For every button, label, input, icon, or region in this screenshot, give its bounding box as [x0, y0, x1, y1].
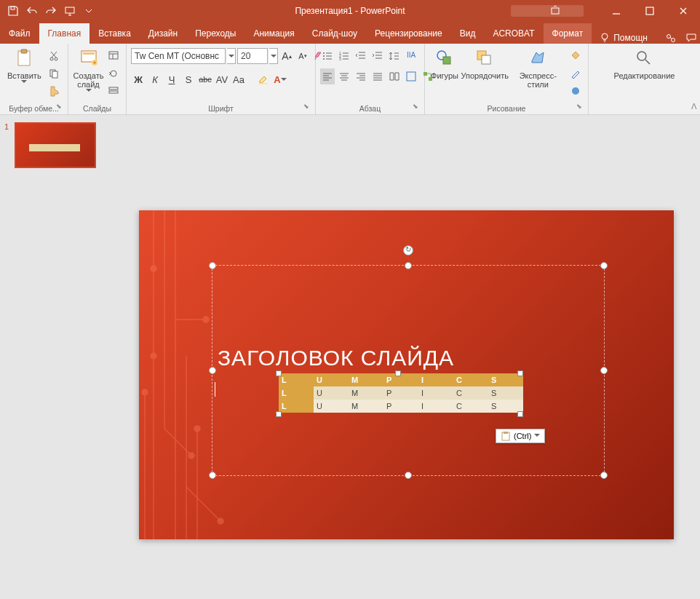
slide-thumbnail-1[interactable] — [15, 122, 96, 168]
resize-handle[interactable] — [209, 367, 216, 374]
cut-button[interactable] — [46, 48, 62, 64]
font-size-selector[interactable]: 20 — [237, 48, 268, 64]
tab-review[interactable]: Рецензирование — [366, 23, 451, 44]
font-name-selector[interactable]: Tw Cen MT (Основнс — [131, 48, 226, 64]
maximize-button[interactable] — [633, 0, 667, 22]
paragraph-dialog-launcher[interactable]: ⬊ — [413, 103, 423, 113]
table-handle[interactable] — [276, 370, 282, 376]
font-size-dropdown[interactable] — [269, 48, 278, 64]
undo-button[interactable] — [23, 2, 41, 20]
slide-table[interactable]: L U M P I C S L U M P I C S — [279, 373, 523, 413]
table-handle[interactable] — [276, 411, 282, 417]
slide-title-text[interactable]: ЗАГОЛОВОК СЛАЙДА — [218, 346, 454, 370]
numbering-button[interactable]: 123 — [337, 48, 351, 64]
tell-me-search[interactable]: Помощн — [592, 32, 655, 44]
paste-button[interactable]: Вставить — [4, 45, 44, 85]
resize-handle[interactable] — [209, 262, 216, 269]
section-button[interactable] — [106, 83, 122, 99]
decrease-indent-button[interactable] — [354, 48, 368, 64]
clipboard-dialog-launcher[interactable]: ⬊ — [56, 103, 66, 113]
bullets-button[interactable] — [320, 48, 335, 64]
font-name-dropdown[interactable] — [227, 48, 236, 64]
bold-button[interactable]: Ж — [131, 71, 146, 87]
rotate-handle[interactable] — [403, 245, 413, 255]
svg-point-10 — [55, 57, 57, 60]
resize-handle[interactable] — [209, 472, 216, 479]
slide-editor[interactable]: ЗАГОЛОВОК СЛАЙДА L U M P I C S L U M P — [113, 115, 700, 599]
tab-file[interactable]: Файл — [0, 23, 39, 44]
resize-handle[interactable] — [405, 262, 412, 269]
shape-effects-button[interactable] — [568, 83, 584, 99]
start-slideshow-button[interactable] — [61, 2, 79, 20]
svg-rect-19 — [259, 83, 268, 84]
align-text-button[interactable] — [404, 68, 418, 84]
highlight-button[interactable] — [256, 71, 271, 87]
layout-button[interactable] — [106, 48, 122, 64]
svg-point-37 — [151, 266, 156, 271]
tab-home[interactable]: Главная — [39, 23, 90, 44]
shapes-button[interactable]: Фигуры — [429, 45, 460, 82]
svg-point-51 — [194, 426, 200, 432]
close-button[interactable] — [667, 0, 700, 22]
line-spacing-button[interactable] — [387, 48, 402, 64]
shape-fill-button[interactable] — [568, 48, 584, 64]
resize-handle[interactable] — [600, 367, 608, 374]
collapse-ribbon-button[interactable]: ᐱ — [691, 102, 697, 111]
tab-design[interactable]: Дизайн — [140, 23, 186, 44]
font-color-button[interactable]: A — [273, 71, 287, 87]
format-painter-button[interactable] — [46, 83, 62, 99]
svg-point-41 — [203, 317, 209, 322]
save-button[interactable] — [4, 2, 22, 20]
comments-icon[interactable] — [685, 32, 697, 44]
columns-button[interactable] — [387, 68, 402, 84]
italic-button[interactable]: К — [148, 71, 162, 87]
align-center-button[interactable] — [337, 68, 351, 84]
tab-transitions[interactable]: Переходы — [186, 23, 244, 44]
ribbon-display-options[interactable] — [546, 0, 565, 22]
tab-insert[interactable]: Вставка — [90, 23, 140, 44]
resize-handle[interactable] — [600, 262, 608, 269]
arrange-button[interactable]: Упорядочить — [461, 45, 509, 82]
increase-font-button[interactable]: A▴ — [279, 48, 294, 64]
resize-handle[interactable] — [405, 472, 412, 479]
svg-text:3: 3 — [339, 57, 341, 61]
align-left-button[interactable] — [320, 68, 335, 84]
qat-dropdown[interactable] — [80, 2, 98, 20]
styles-label: Экспресс-стили — [513, 71, 563, 89]
table-handle[interactable] — [395, 370, 401, 376]
tab-view[interactable]: Вид — [451, 23, 485, 44]
text-direction-button[interactable]: IIA — [404, 48, 418, 64]
font-dialog-launcher[interactable]: ⬊ — [303, 103, 314, 113]
redo-button[interactable] — [42, 2, 60, 20]
new-slide-button[interactable]: Создать слайд — [73, 45, 104, 94]
decrease-font-button[interactable]: A▾ — [295, 48, 310, 64]
shadow-button[interactable]: S — [181, 71, 196, 87]
strike-button[interactable]: abc — [198, 71, 212, 87]
change-case-button[interactable]: Aa — [231, 71, 246, 87]
underline-button[interactable]: Ч — [164, 71, 179, 87]
increase-indent-button[interactable] — [370, 48, 385, 64]
title-placeholder[interactable] — [212, 265, 605, 476]
align-right-button[interactable] — [354, 68, 368, 84]
tab-animation[interactable]: Анимация — [244, 23, 303, 44]
drawing-dialog-launcher[interactable]: ⬊ — [576, 103, 586, 113]
table-handle[interactable] — [517, 370, 523, 376]
char-spacing-button[interactable]: AV — [215, 71, 229, 87]
quick-styles-button[interactable]: Экспресс-стили — [510, 45, 566, 90]
paste-options-label: (Ctrl) — [514, 432, 531, 440]
reset-button[interactable] — [106, 66, 122, 82]
share-icon[interactable] — [665, 32, 677, 44]
shape-outline-button[interactable] — [568, 66, 584, 82]
copy-button[interactable] — [46, 66, 62, 82]
resize-handle[interactable] — [600, 472, 608, 479]
table-handle[interactable] — [517, 411, 523, 417]
paste-options-button[interactable]: (Ctrl) — [496, 429, 545, 443]
tab-slideshow[interactable]: Слайд-шоу — [303, 23, 366, 44]
justify-button[interactable] — [370, 68, 385, 84]
minimize-button[interactable] — [600, 0, 633, 22]
tab-acrobat[interactable]: ACROBAT — [484, 23, 543, 44]
find-button[interactable]: Редактирование — [611, 45, 678, 82]
slide-canvas[interactable]: ЗАГОЛОВОК СЛАЙДА L U M P I C S L U M P — [139, 210, 674, 539]
tab-format[interactable]: Формат — [544, 23, 592, 44]
paste-label: Вставить — [7, 71, 41, 80]
